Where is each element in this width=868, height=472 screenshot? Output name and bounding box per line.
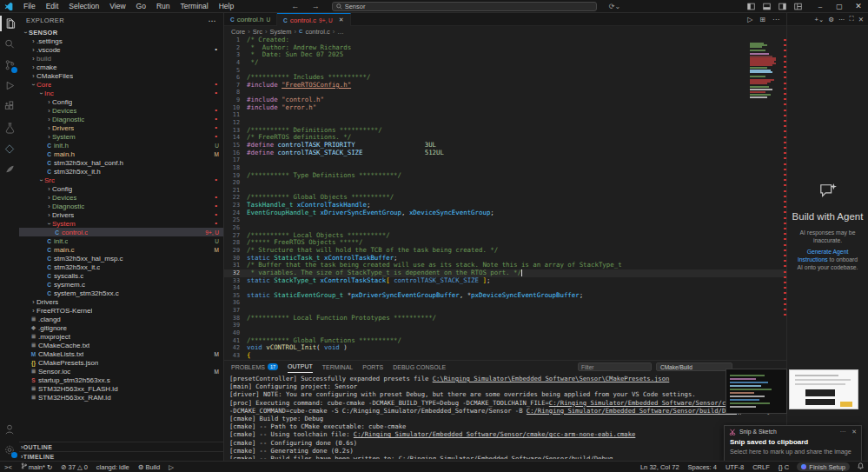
- panel-tab-debug-console[interactable]: DEBUG CONSOLE: [393, 361, 446, 373]
- toggle-secondarybar-icon[interactable]: [779, 3, 786, 10]
- activity-explorer-icon[interactable]: [0, 13, 19, 34]
- tree-item-CMakePresets.json[interactable]: {}CMakePresets.json: [19, 358, 223, 367]
- activity-source-control-icon[interactable]: [0, 55, 19, 76]
- cmake-build[interactable]: ⚙Build: [134, 462, 164, 472]
- code-line-39[interactable]: 39: [224, 322, 786, 329]
- code-line-19[interactable]: 19/********** Type Definitions *********…: [224, 172, 786, 180]
- tree-item-Devices[interactable]: ›Devices•: [19, 193, 223, 202]
- chat-settings-icon[interactable]: ⚙: [828, 16, 834, 23]
- code-line-7[interactable]: 7#include "FreeRTOSConfig.h": [224, 82, 786, 90]
- menu-run[interactable]: Run: [151, 2, 176, 10]
- run-button[interactable]: ▷: [747, 16, 752, 23]
- tree-item-.mxproject[interactable]: ≣.mxproject: [19, 332, 223, 341]
- new-chat-icon[interactable]: +⌄: [815, 16, 825, 23]
- activity-run-and-debug-icon[interactable]: [0, 76, 19, 96]
- tree-item-sysmem.c[interactable]: Csysmem.c: [19, 280, 223, 289]
- window-close-button[interactable]: ✕: [849, 2, 868, 10]
- breadcrumb-item-…[interactable]: …: [337, 28, 344, 36]
- tree-item-.vscode[interactable]: ›.vscode•: [19, 45, 223, 54]
- breadcrumb-item-System[interactable]: System: [270, 28, 292, 36]
- tree-item-Diagnostic[interactable]: ›Diagnostic•: [19, 115, 223, 123]
- tree-item-Drivers[interactable]: ›Drivers•: [19, 123, 223, 132]
- sidebar-section-timeline[interactable]: ›TIMELINE: [19, 451, 223, 461]
- finish-setup[interactable]: Finish Setup: [797, 462, 850, 471]
- activity-testing-icon[interactable]: [0, 117, 19, 138]
- panel-tab-ports[interactable]: PORTS: [362, 361, 383, 373]
- output-file-link[interactable]: C:/Ringing_Simulator/Embedded_Software/S…: [399, 455, 613, 459]
- tab-control.h[interactable]: Ccontrol.hU: [224, 13, 277, 26]
- breadcrumb-item-Core[interactable]: Core: [231, 28, 245, 36]
- tree-item-startup_stm32h563xx.s[interactable]: Sstartup_stm32h563xx.s: [19, 376, 223, 384]
- code-line-3[interactable]: 3 * Date: Sun Dec 07 2025: [224, 51, 786, 59]
- history-arrows[interactable]: ← →: [291, 2, 325, 10]
- cmake-launch[interactable]: ▷: [164, 462, 178, 472]
- code-line-24[interactable]: 24EventGroupHandle_t xDriverSyncEventGro…: [224, 209, 786, 217]
- tree-item-Drivers[interactable]: ›Drivers: [19, 297, 223, 306]
- activity-stm32-extension-icon[interactable]: [0, 138, 19, 159]
- sidebar-section-outline[interactable]: ›OUTLINE: [19, 442, 223, 451]
- eol[interactable]: CRLF: [748, 462, 774, 472]
- output-file-link[interactable]: C:/Ringing_Simulator/Embedded_Software/S…: [527, 407, 741, 415]
- tree-item-Core[interactable]: ›Core•: [19, 80, 223, 89]
- tree-item-Src[interactable]: ›Src•: [19, 176, 223, 184]
- code-line-4[interactable]: 4 */: [224, 59, 786, 67]
- code-line-11[interactable]: 11: [224, 111, 786, 119]
- tree-item-Inc[interactable]: ›Inc•: [19, 89, 223, 97]
- tree-item-init.c[interactable]: Cinit.cU: [19, 236, 223, 245]
- output-channel-select[interactable]: CMake/Build: [656, 362, 732, 371]
- command-center-search[interactable]: Sensor: [332, 2, 597, 11]
- tree-item-Diagnostic[interactable]: ›Diagnostic•: [19, 202, 223, 210]
- toggle-panel-icon[interactable]: [763, 3, 771, 10]
- tree-item-stm32h5xx_hal_msp.c[interactable]: Cstm32h5xx_hal_msp.c: [19, 254, 223, 263]
- menu-selection[interactable]: Selection: [63, 2, 104, 10]
- tree-item-syscalls.c[interactable]: Csyscalls.c: [19, 271, 223, 280]
- encoding[interactable]: UTF-8: [721, 462, 748, 472]
- tree-item-System[interactable]: ›System•: [19, 132, 223, 141]
- tree-item-CMakeLists.txt[interactable]: MCMakeLists.txtM: [19, 349, 223, 358]
- menu-file[interactable]: File: [18, 2, 41, 10]
- code-editor[interactable]: 1/* Created:2 * Author: Andrew Richards3…: [224, 37, 786, 360]
- tab-close-icon[interactable]: ✕: [339, 17, 344, 23]
- code-line-35[interactable]: 35static StaticEventGroup_t *pxDriverSyn…: [224, 292, 786, 300]
- tree-item-main.c[interactable]: Cmain.cM: [19, 245, 223, 254]
- menu-help[interactable]: Help: [214, 2, 239, 10]
- editor-more-actions-icon[interactable]: ⋯: [772, 16, 779, 23]
- tree-item-Config[interactable]: ›Config: [19, 184, 223, 193]
- clangd-status[interactable]: clangd: idle: [92, 462, 134, 472]
- tree-item-STM32H563xx_RAM.ld[interactable]: ≣STM32H563xx_RAM.ld: [19, 393, 223, 402]
- window-thumbnail-light[interactable]: [789, 369, 858, 409]
- activity-accounts-icon[interactable]: [0, 419, 19, 440]
- code-line-36[interactable]: 36: [224, 299, 786, 307]
- remote-indicator[interactable]: ><: [0, 462, 17, 472]
- panel-tab-problems[interactable]: PROBLEMS17: [231, 361, 278, 373]
- breadcrumb-item-Src[interactable]: Src: [253, 28, 262, 36]
- tree-item-stm32h5xx_it.c[interactable]: Cstm32h5xx_it.c: [19, 263, 223, 271]
- tree-item-system_stm32h5xx.c[interactable]: Csystem_stm32h5xx.c: [19, 289, 223, 297]
- tree-root[interactable]: ›SENSOR: [19, 28, 223, 37]
- tree-item-stm32h5xx_hal_conf.h[interactable]: Cstm32h5xx_hal_conf.h: [19, 158, 223, 167]
- indentation[interactable]: Spaces: 4: [684, 462, 721, 472]
- activity-search-icon[interactable]: [0, 34, 19, 55]
- window-minimize-button[interactable]: –: [811, 3, 830, 10]
- activity-custom-extension-icon[interactable]: [0, 159, 19, 180]
- tree-item-Config[interactable]: ›Config: [19, 97, 223, 106]
- code-line-43[interactable]: 43{: [224, 352, 786, 360]
- tree-item-CMakeCache.txt[interactable]: ≣CMakeCache.txt: [19, 341, 223, 349]
- activity-settings-icon[interactable]: [0, 440, 19, 461]
- code-line-25[interactable]: 25: [224, 216, 786, 224]
- chat-more-icon[interactable]: ⋯: [838, 16, 845, 23]
- tree-item-control.c[interactable]: Ccontrol.c9+, U: [19, 228, 223, 236]
- window-thumbnail-dark[interactable]: [726, 369, 787, 414]
- tree-item-Sensor.ioc[interactable]: ≣Sensor.iocM: [19, 367, 223, 376]
- tab-control.c[interactable]: Ccontrol.c9+, U✕: [277, 13, 351, 26]
- language-mode[interactable]: {} C: [774, 462, 794, 472]
- chat-close-icon[interactable]: ✕: [858, 16, 864, 23]
- notifications-bell[interactable]: [853, 462, 868, 472]
- cursor-position[interactable]: Ln 32, Col 72: [636, 462, 684, 472]
- tree-item-Devices[interactable]: ›Devices•: [19, 106, 223, 115]
- panel-tab-terminal[interactable]: TERMINAL: [322, 361, 353, 373]
- tree-item-build[interactable]: ›build: [19, 54, 223, 63]
- notification-more-icon[interactable]: ⋯: [840, 429, 846, 435]
- menu-go[interactable]: Go: [131, 2, 151, 10]
- explorer-more-actions-icon[interactable]: ⋯: [209, 17, 216, 25]
